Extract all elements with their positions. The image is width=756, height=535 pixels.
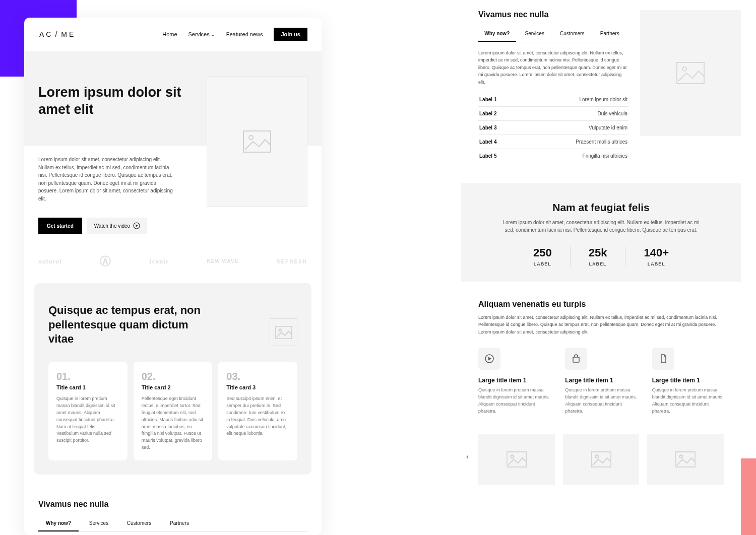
table-row: Label 4Praesent mollis ultrices	[478, 135, 628, 149]
table-row: Label 5Fringilla nisi ultricies	[478, 149, 628, 163]
tab-customers[interactable]: Customers	[553, 26, 591, 42]
feature-item: Large title item 1 Quisque in lorem pret…	[652, 348, 724, 415]
carousel-prev-button[interactable]: ‹	[466, 452, 469, 460]
card-title: Title card 3	[226, 384, 289, 390]
svg-point-16	[680, 455, 683, 458]
tabs-heading-right: Vivamus nec nulla	[478, 10, 628, 26]
card-body: Pellentesque eget tincidunt lectus, a im…	[142, 395, 205, 452]
feature-item-body: Quisque in lorem pretium massa blandit d…	[565, 387, 637, 415]
bag-icon	[565, 348, 587, 370]
svg-point-5	[279, 328, 281, 331]
title-card-3[interactable]: 03. Title card 3 Sed suscipit ipsum enim…	[218, 362, 297, 461]
row-key: Label 1	[478, 93, 518, 107]
row-key: Label 3	[478, 120, 518, 135]
card-number: 02.	[142, 371, 205, 382]
card-number: 03.	[226, 371, 289, 382]
client-logo: REFRESH	[276, 259, 307, 264]
hero-title: Lorem ipsum dolor sit amet elit	[38, 84, 190, 118]
client-logo: natural	[38, 257, 62, 265]
tab-strip-right: Why now? Services Customers Partners	[478, 26, 628, 42]
client-logo: Ⓐ	[100, 254, 111, 269]
document-icon	[652, 348, 674, 370]
stat-item: 250LABEL	[515, 246, 570, 266]
stat-label: LABEL	[644, 261, 669, 266]
nav-featured[interactable]: Featured news	[226, 31, 263, 37]
card-body: Sed suscipit ipsum enim, et semper dui p…	[226, 395, 289, 438]
stat-label: LABEL	[589, 261, 607, 266]
nav-services-label: Services	[188, 31, 210, 37]
tab-services[interactable]: Services	[79, 516, 119, 531]
card-title: Title card 1	[56, 384, 119, 390]
title-card-2[interactable]: 02. Title card 2 Pellentesque eget tinci…	[134, 362, 213, 461]
hero-image-placeholder	[207, 76, 307, 207]
stat-item: 140+LABEL	[625, 246, 687, 266]
stat-value: 140+	[644, 246, 669, 259]
card-number: 01.	[56, 371, 119, 382]
stat-value: 25k	[589, 246, 607, 259]
stat-label: LABEL	[533, 261, 552, 266]
get-started-button[interactable]: Get started	[38, 218, 82, 234]
stat-item: 25kLABEL	[570, 246, 625, 266]
svg-point-1	[249, 136, 253, 140]
svg-marker-3	[136, 225, 139, 227]
logo-part-b: ME	[61, 30, 76, 38]
feature-item-body: Quisque in lorem pretium massa blandit d…	[652, 387, 724, 415]
tab-strip: Why now? Services Customers Partners	[38, 516, 307, 532]
title-card-1[interactable]: 01. Title card 1 Quisque in lorem pretiu…	[48, 362, 128, 461]
nav-services[interactable]: Services⌄	[188, 31, 215, 37]
carousel-thumb[interactable]	[563, 434, 640, 485]
client-logo: Iconic	[149, 257, 169, 265]
row-key: Label 4	[478, 135, 518, 149]
hero-body-text: Lorem ipsum dolor sit amet, consectetur …	[24, 146, 191, 218]
feature-block: Quisque ac tempus erat, non pellentesque…	[34, 283, 311, 475]
row-value: Fringilla nisi ultricies	[518, 149, 628, 163]
tab-partners[interactable]: Partners	[591, 26, 629, 42]
svg-rect-10	[573, 357, 579, 362]
stats-subtitle: Lorem ipsum dolor sit amet, consectetur …	[500, 219, 702, 234]
stats-section: Nam at feugiat felis Lorem ipsum dolor s…	[461, 183, 741, 282]
tab-why-now[interactable]: Why now?	[478, 26, 516, 42]
row-value: Lorem ipsum dolor sit	[518, 93, 628, 107]
features-title: Aliquam venenatis eu turpis	[478, 300, 724, 309]
logo-part-a: AC	[39, 30, 53, 38]
row-value: Praesent mollis ultrices	[518, 135, 628, 149]
section-image-placeholder	[640, 10, 741, 136]
svg-point-7	[682, 67, 686, 71]
watch-video-label: Watch the video	[94, 223, 130, 229]
feature-item-body: Quisque in lorem pretium massa blandit d…	[478, 387, 550, 415]
logo[interactable]: AC/ME	[38, 30, 77, 38]
carousel: ‹	[461, 420, 741, 485]
card-body: Quisque in lorem pretium massa blandit d…	[56, 395, 119, 445]
table-row: Label 3Vulputate id enim	[478, 120, 628, 135]
feature-item: Large title item 1 Quisque in lorem pret…	[478, 348, 550, 415]
stats-title: Nam at feugiat felis	[478, 202, 724, 214]
row-value: Vulputate id enim	[518, 120, 628, 135]
watch-video-button[interactable]: Watch the video	[87, 218, 147, 234]
tab-services[interactable]: Services	[516, 26, 554, 42]
play-circle-icon	[133, 222, 140, 229]
tab-partners[interactable]: Partners	[159, 516, 200, 531]
carousel-thumb[interactable]	[478, 434, 555, 485]
table-row: Label 2Duis vehicula	[478, 106, 628, 120]
feature-item: Large title item 1 Quisque in lorem pret…	[565, 348, 637, 415]
hero-band: Lorem ipsum dolor sit amet elit	[24, 51, 322, 146]
top-nav: AC/ME Home Services⌄ Featured news Join …	[24, 18, 322, 51]
feature-item-title: Large title item 1	[652, 377, 724, 384]
tabs-heading: Vivamus nec nulla	[24, 475, 322, 516]
feature-image-placeholder	[270, 318, 297, 346]
play-icon	[478, 348, 500, 370]
chevron-down-icon: ⌄	[211, 32, 215, 37]
carousel-thumb[interactable]	[647, 434, 724, 485]
stat-value: 250	[533, 246, 552, 259]
label-table: Label 1Lorem ipsum dolor sit Label 2Duis…	[478, 93, 628, 163]
feature-title: Quisque ac tempus erat, non pellentesque…	[48, 303, 215, 347]
join-us-button[interactable]: Join us	[274, 28, 307, 41]
features-subtitle: Lorem ipsum dolor sit amet, consectetur …	[478, 314, 724, 336]
nav-home[interactable]: Home	[162, 31, 177, 37]
section-body-text: Lorem ipsum dolor sit amet, consectetur …	[478, 42, 628, 93]
svg-point-12	[511, 455, 514, 458]
card-title: Title card 2	[142, 384, 205, 390]
tab-customers[interactable]: Customers	[119, 516, 159, 531]
row-key: Label 5	[478, 149, 518, 163]
tab-why-now[interactable]: Why now?	[38, 516, 79, 531]
